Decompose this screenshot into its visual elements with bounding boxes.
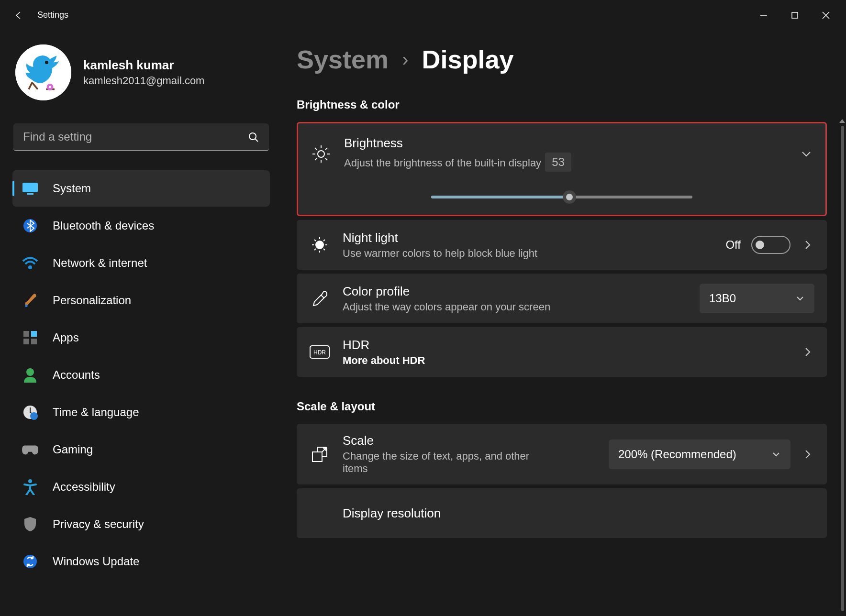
content: System › Display Brightness & color Brig…: [282, 30, 846, 616]
hdr-icon: HDR: [309, 345, 330, 359]
chevron-down-icon: [771, 450, 781, 459]
colorprofile-dropdown[interactable]: 13B0: [700, 284, 814, 313]
resolution-card[interactable]: Display resolution: [297, 488, 827, 538]
svg-rect-0: [792, 12, 798, 18]
nightlight-desc: Use warmer colors to help block blue lig…: [343, 247, 713, 260]
svg-rect-10: [23, 331, 29, 337]
svg-rect-11: [31, 331, 37, 337]
sidebar-item-label: Personalization: [53, 294, 131, 307]
update-icon: [22, 553, 38, 570]
scale-dropdown[interactable]: 200% (Recommended): [609, 440, 790, 469]
nightlight-toggle[interactable]: [751, 236, 790, 254]
sidebar-item-update[interactable]: Windows Update: [12, 543, 270, 580]
nightlight-state: Off: [725, 238, 741, 252]
person-icon: [22, 367, 38, 383]
svg-text:HDR: HDR: [313, 349, 326, 356]
clock-icon: [22, 404, 38, 420]
sidebar-item-apps[interactable]: Apps: [12, 319, 270, 356]
scale-card[interactable]: Scale Change the size of text, apps, and…: [297, 424, 827, 484]
nightlight-title: Night light: [343, 231, 713, 245]
hdr-card[interactable]: HDR HDR More about HDR: [297, 327, 827, 377]
breadcrumb: System › Display: [297, 44, 827, 74]
user-name: kamlesh kumar: [83, 58, 204, 73]
svg-rect-13: [31, 339, 37, 344]
scale-desc: Change the size of text, apps, and other…: [343, 450, 553, 475]
accessibility-icon: [22, 479, 38, 495]
window-controls: [748, 3, 841, 27]
brightness-title: Brightness: [344, 136, 787, 151]
breadcrumb-parent[interactable]: System: [297, 44, 389, 74]
brightness-desc: Adjust the brightness of the built-in di…: [344, 153, 787, 172]
sidebar-item-label: Bluetooth & devices: [53, 219, 154, 232]
nav: System Bluetooth & devices Network & int…: [10, 170, 273, 580]
hdr-desc[interactable]: More about HDR: [343, 354, 789, 367]
titlebar: Settings: [0, 0, 846, 30]
eyedropper-icon: [309, 289, 330, 308]
svg-point-17: [28, 479, 32, 483]
wifi-icon: [22, 255, 38, 271]
colorprofile-desc: Adjust the way colors appear on your scr…: [343, 301, 687, 313]
scroll-up-icon[interactable]: [839, 119, 845, 123]
sidebar-item-label: Time & language: [53, 406, 139, 419]
sidebar-item-time[interactable]: Time & language: [12, 394, 270, 430]
paintbrush-icon: [22, 292, 38, 308]
chevron-right-icon[interactable]: [801, 238, 814, 252]
sidebar-item-label: Privacy & security: [53, 517, 144, 531]
user-email: kamlesh2011@gmail.com: [83, 75, 204, 87]
gamepad-icon: [22, 441, 38, 458]
svg-point-16: [30, 412, 38, 420]
chevron-down-icon[interactable]: [800, 147, 813, 161]
sidebar-item-label: Accessibility: [53, 480, 115, 494]
sidebar-item-label: Network & internet: [53, 256, 147, 270]
nightlight-card[interactable]: Night light Use warmer colors to help bl…: [297, 220, 827, 270]
sidebar-item-label: Accounts: [53, 368, 100, 382]
dropdown-value: 200% (Recommended): [618, 448, 736, 461]
shield-icon: [22, 516, 38, 532]
search-icon: [248, 132, 259, 143]
hdr-title: HDR: [343, 338, 789, 352]
sidebar-item-label: Windows Update: [53, 555, 139, 568]
close-button[interactable]: [810, 3, 841, 27]
sidebar-item-network[interactable]: Network & internet: [12, 245, 270, 281]
sidebar-item-accessibility[interactable]: Accessibility: [12, 469, 270, 505]
chevron-right-icon: ›: [402, 49, 408, 70]
svg-rect-7: [27, 193, 33, 195]
svg-point-2: [45, 61, 48, 64]
minimize-button[interactable]: [748, 3, 779, 27]
profile[interactable]: kamlesh kumar kamlesh2011@gmail.com: [10, 44, 273, 123]
sidebar: kamlesh kumar kamlesh2011@gmail.com Syst…: [0, 30, 282, 616]
sidebar-item-gaming[interactable]: Gaming: [12, 431, 270, 468]
nightlight-icon: [309, 235, 330, 254]
maximize-button[interactable]: [779, 3, 810, 27]
scale-icon: [309, 445, 330, 463]
svg-rect-6: [22, 183, 38, 192]
svg-point-5: [249, 133, 256, 140]
brightness-card[interactable]: Brightness Adjust the brightness of the …: [297, 122, 827, 216]
scrollbar[interactable]: [841, 126, 844, 611]
slider-thumb[interactable]: [563, 190, 576, 204]
brightness-value: 53: [545, 153, 571, 172]
sidebar-item-label: Gaming: [53, 443, 93, 456]
sidebar-item-bluetooth[interactable]: Bluetooth & devices: [12, 208, 270, 244]
display-icon: [22, 180, 38, 197]
apps-icon: [22, 330, 38, 346]
sidebar-item-system[interactable]: System: [12, 170, 270, 207]
svg-rect-23: [312, 452, 322, 462]
resolution-title: Display resolution: [343, 506, 814, 521]
sidebar-item-accounts[interactable]: Accounts: [12, 357, 270, 393]
sidebar-item-privacy[interactable]: Privacy & security: [12, 506, 270, 542]
sidebar-item-label: System: [53, 182, 91, 195]
brightness-icon: [311, 144, 332, 164]
colorprofile-card[interactable]: Color profile Adjust the way colors appe…: [297, 274, 827, 323]
bluetooth-icon: [22, 218, 38, 234]
sidebar-item-personalization[interactable]: Personalization: [12, 282, 270, 319]
chevron-right-icon[interactable]: [801, 345, 814, 359]
brightness-slider[interactable]: [431, 196, 692, 198]
svg-point-20: [316, 241, 323, 249]
back-button[interactable]: [5, 1, 33, 30]
svg-point-19: [318, 151, 324, 157]
avatar: [15, 44, 71, 100]
chevron-right-icon[interactable]: [801, 448, 814, 461]
dropdown-value: 13B0: [709, 292, 736, 305]
search-input[interactable]: [13, 123, 269, 151]
